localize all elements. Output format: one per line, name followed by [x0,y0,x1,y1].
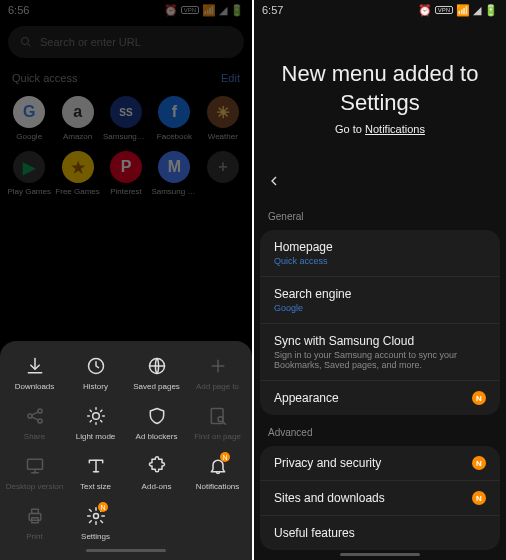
menu-notifications[interactable]: NotificationsN [187,455,248,491]
svg-line-18 [100,421,101,422]
status-icons: ⏰ VPN 📶 ◢ 🔋 [418,4,498,17]
promo-subtitle: Go to Notifications [274,123,486,135]
menu-item-label: Saved pages [133,382,180,391]
new-badge: N [220,452,230,462]
wifi-icon: 📶 [456,4,470,17]
svg-point-12 [92,413,99,420]
menu-print: Print [4,505,65,541]
vpn-icon: VPN [435,6,453,14]
menu-share: Share [4,405,65,441]
sun-icon [85,405,107,427]
menu-item-label: Downloads [15,382,55,391]
svg-line-19 [90,421,91,422]
settings-list: GeneralHomepageQuick accessSearch engine… [254,205,506,560]
textsize-icon [85,455,107,477]
clock: 6:57 [262,4,283,16]
svg-line-20 [100,410,101,411]
puzzle-icon [146,455,168,477]
menu-item-label: Light mode [76,432,116,441]
menu-item-label: Notifications [196,482,240,491]
svg-point-22 [218,417,223,422]
settings-row-sites-and-downloads[interactable]: Sites and downloadsN [260,481,500,516]
settings-group: Privacy and securityNSites and downloads… [260,446,500,550]
menu-find-on-page: Find on page [187,405,248,441]
menu-ad-blockers[interactable]: Ad blockers [126,405,187,441]
menu-item-label: Add page to [196,382,239,391]
back-button[interactable] [254,165,506,205]
menu-light-mode[interactable]: Light mode [65,405,126,441]
section-label: General [254,205,506,228]
promo-banner: New menu added to Settings Go to Notific… [254,20,506,165]
menu-item-label: Text size [80,482,111,491]
globe-bookmark-icon [146,355,168,377]
row-subtitle: Google [274,303,351,313]
svg-line-11 [31,417,38,420]
svg-point-32 [93,514,98,519]
svg-rect-24 [27,459,42,469]
row-subtitle: Sign in to your Samsung account to sync … [274,350,486,370]
download-icon [24,355,46,377]
signal-icon: ◢ [473,4,481,17]
menu-item-label: Ad blockers [136,432,178,441]
menu-downloads[interactable]: Downloads [4,355,65,391]
promo-title: New menu added to Settings [274,60,486,117]
new-badge: N [472,491,486,505]
menu-bottom-sheet: DownloadsHistorySaved pagesAdd page toSh… [0,341,252,560]
row-title: Search engine [274,287,351,301]
settings-group: HomepageQuick accessSearch engineGoogleS… [260,230,500,415]
section-label: Other [254,556,506,560]
menu-desktop-version: Desktop version [4,455,65,491]
battery-icon: 🔋 [484,4,498,17]
settings-row-privacy-and-security[interactable]: Privacy and securityN [260,446,500,481]
clock-icon [85,355,107,377]
menu-item-label: Share [24,432,45,441]
find-icon [207,405,229,427]
menu-item-label: Find on page [194,432,241,441]
row-title: Sites and downloads [274,491,385,505]
settings-row-search-engine[interactable]: Search engineGoogle [260,277,500,324]
row-title: Appearance [274,391,339,405]
menu-item-label: Desktop version [6,482,63,491]
svg-line-10 [31,412,38,415]
desktop-icon [24,455,46,477]
notifications-link[interactable]: Notifications [365,123,425,135]
phone-browser-home: 6:56 ⏰ VPN 📶 ◢ 🔋 Search or enter URL Qui… [0,0,252,560]
printer-icon [24,505,46,527]
new-badge: N [472,456,486,470]
phone-settings: 6:57 ⏰ VPN 📶 ◢ 🔋 New menu added to Setti… [254,0,506,560]
menu-item-label: Print [26,532,42,541]
row-title: Homepage [274,240,333,254]
menu-item-label: History [83,382,108,391]
menu-settings[interactable]: SettingsN [65,505,126,541]
nav-handle [340,553,420,556]
menu-saved-pages[interactable]: Saved pages [126,355,187,391]
new-badge: N [98,502,108,512]
row-title: Sync with Samsung Cloud [274,334,486,348]
settings-row-appearance[interactable]: AppearanceN [260,381,500,415]
menu-history[interactable]: History [65,355,126,391]
chevron-left-icon [266,173,282,189]
menu-add-page-to: Add page to [187,355,248,391]
nav-handle [86,549,166,552]
settings-row-homepage[interactable]: HomepageQuick access [260,230,500,277]
shield-icon [146,405,168,427]
svg-line-17 [90,410,91,411]
row-title: Useful features [274,526,355,540]
settings-row-useful-features[interactable]: Useful features [260,516,500,550]
section-label: Advanced [254,421,506,444]
plus-icon [207,355,229,377]
status-bar: 6:57 ⏰ VPN 📶 ◢ 🔋 [254,0,506,20]
share-icon [24,405,46,427]
svg-rect-31 [31,509,38,513]
menu-text-size[interactable]: Text size [65,455,126,491]
menu-item-label: Settings [81,532,110,541]
svg-line-23 [223,422,226,425]
menu-add-ons[interactable]: Add-ons [126,455,187,491]
row-subtitle: Quick access [274,256,333,266]
settings-row-sync-with-samsung-cloud[interactable]: Sync with Samsung CloudSign in to your S… [260,324,500,381]
menu-item-label: Add-ons [142,482,172,491]
new-badge: N [472,391,486,405]
alarm-icon: ⏰ [418,4,432,17]
row-title: Privacy and security [274,456,381,470]
